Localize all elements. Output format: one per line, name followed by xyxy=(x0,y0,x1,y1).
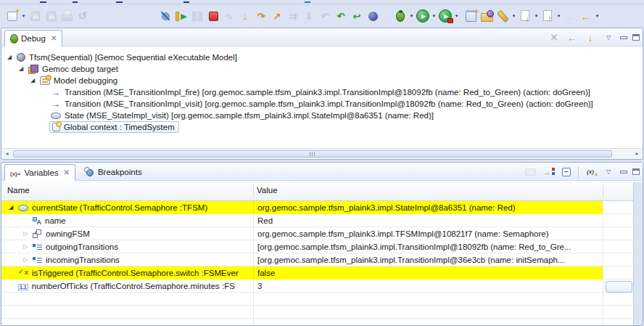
column-header-name[interactable]: Name xyxy=(7,186,30,195)
view-menu-icon[interactable] xyxy=(602,166,615,179)
run-to-line-icon[interactable] xyxy=(285,8,301,24)
search-dropdown-icon[interactable] xyxy=(511,8,517,24)
show-logical-structures-icon[interactable] xyxy=(542,166,555,179)
tab-variables[interactable]: Variables xyxy=(4,164,75,181)
tab-debug[interactable]: Debug xyxy=(4,30,62,46)
step-backward-over-icon[interactable] xyxy=(349,8,365,24)
expander-icon[interactable] xyxy=(22,254,29,266)
scroll-right-icon[interactable]: ▸ xyxy=(632,149,643,159)
run-icon[interactable] xyxy=(415,8,431,24)
scrollbar-thumb[interactable] xyxy=(13,150,612,158)
column-divider[interactable] xyxy=(253,184,254,198)
column-gridline xyxy=(253,201,254,325)
external-tools-icon[interactable] xyxy=(437,8,453,24)
expander-icon[interactable] xyxy=(29,75,36,86)
variable-name: incomingTransitions xyxy=(46,256,120,264)
table-row-name[interactable]: name Red xyxy=(1,214,603,227)
thread-icon xyxy=(40,76,50,85)
disconnect-icon[interactable] xyxy=(221,8,237,24)
value-cell: org.gemoc.sample.tfsm_plaink3.impl.TFSMI… xyxy=(257,227,603,240)
scroll-left-icon[interactable]: ◂ xyxy=(1,149,12,159)
numeric-attribute-icon xyxy=(18,282,28,290)
view-menu-icon[interactable] xyxy=(602,31,615,44)
minimize-icon[interactable] xyxy=(620,171,627,174)
table-row-currentState[interactable]: currentState (TrafficControl.Semaphore :… xyxy=(1,201,603,214)
expander-icon[interactable] xyxy=(22,241,29,253)
close-icon[interactable] xyxy=(64,168,70,176)
horizontal-scrollbar[interactable]: ◂ ▸ xyxy=(1,148,643,159)
focused-cell-indicator xyxy=(606,281,632,293)
refresh-icon[interactable] xyxy=(75,8,91,24)
next-annotation-icon[interactable] xyxy=(517,8,533,24)
vertical-scrollbar-track[interactable] xyxy=(633,182,643,325)
save-icon[interactable] xyxy=(27,8,43,24)
display-value-icon[interactable] xyxy=(584,166,597,179)
terminate-icon[interactable] xyxy=(205,8,221,24)
step-filters-icon[interactable] xyxy=(317,8,333,24)
table-row-numberOfTicks[interactable]: numberOfTicks (TrafficControl.Semaphore.… xyxy=(1,280,603,293)
step-into-icon[interactable] xyxy=(237,8,253,24)
previous-annotation-icon[interactable] xyxy=(540,8,556,24)
new-project-icon[interactable] xyxy=(463,8,479,24)
tree-row-transition-visit[interactable]: Transition (MSE_TransitionImpl_visit) [o… xyxy=(1,98,643,110)
back-icon[interactable] xyxy=(578,8,594,24)
expander-icon[interactable] xyxy=(17,63,25,75)
column-header-value[interactable]: Value xyxy=(257,186,278,195)
show-type-names-icon[interactable] xyxy=(524,166,537,179)
drop-to-frame-icon[interactable] xyxy=(301,8,317,24)
new-wizard-icon[interactable] xyxy=(4,8,20,24)
step-over-icon[interactable] xyxy=(253,8,269,24)
open-type-icon[interactable] xyxy=(479,8,495,24)
collapse-all-icon[interactable] xyxy=(560,166,573,179)
maximize-icon[interactable] xyxy=(632,34,640,41)
tree-row-thread[interactable]: Model debugging xyxy=(1,75,643,86)
remove-all-icon[interactable] xyxy=(548,31,561,44)
pause-icon[interactable] xyxy=(189,8,205,24)
tree-row-launch[interactable]: Tfsm(Sequential) [Gemoc Sequential eXecu… xyxy=(1,52,643,63)
resume-icon[interactable] xyxy=(173,8,189,24)
eclipse-gemoc-debug-window: { "window": {"background": "#dce3f3"}, "… xyxy=(0,0,644,326)
step-forward-icon[interactable] xyxy=(584,31,597,44)
skip-all-breakpoints-icon[interactable] xyxy=(157,8,173,24)
name-cell: name xyxy=(1,214,253,227)
tree-row-state-visit[interactable]: State (MSE_StateImpl_visit) [org.gemoc.s… xyxy=(1,110,643,121)
minimize-icon[interactable] xyxy=(620,36,627,39)
debug-dropdown-icon[interactable] xyxy=(408,8,415,24)
tree-row-global-context[interactable]: Global context : TimedSystem xyxy=(1,121,643,133)
expander-icon[interactable] xyxy=(22,228,29,240)
table-row-owningFSM[interactable]: owningFSM org.gemoc.sample.tfsm_plaink3.… xyxy=(1,227,603,240)
print-icon[interactable] xyxy=(59,8,75,24)
engine-status-icon[interactable] xyxy=(365,8,381,24)
column-divider[interactable] xyxy=(603,184,603,198)
debug-icon[interactable] xyxy=(392,8,408,24)
save-all-icon[interactable] xyxy=(43,8,59,24)
tree-row-transition-fire[interactable]: Transition (MSE_TransitionImpl_fire) [or… xyxy=(1,86,643,98)
variables-view-header: Variables Breakpoints xyxy=(1,163,643,181)
tree-row-label: Gemoc debug target xyxy=(42,65,118,73)
new-wizard-dropdown-icon[interactable] xyxy=(20,8,27,24)
table-row-outgoingTransitions[interactable]: outgoingTransitions [org.gemoc.sample.tf… xyxy=(1,240,603,253)
table-row-isTriggered[interactable]: isTriggered (TrafficControl.Semaphore.sw… xyxy=(1,266,603,280)
external-tools-dropdown-icon[interactable] xyxy=(453,8,460,24)
state-icon xyxy=(18,205,28,211)
next-annotation-dropdown-icon[interactable] xyxy=(533,8,540,24)
close-icon[interactable] xyxy=(51,34,57,42)
tab-breakpoints[interactable]: Breakpoints xyxy=(75,163,151,180)
back-dropdown-icon[interactable] xyxy=(594,8,600,24)
maximize-icon[interactable] xyxy=(632,168,640,175)
expander-icon[interactable] xyxy=(6,52,13,63)
table-row-incomingTransitions[interactable]: incomingTransitions [org.gemoc.sample.tf… xyxy=(1,253,603,266)
last-edit-location-icon[interactable] xyxy=(562,8,578,24)
expander-icon[interactable] xyxy=(7,202,15,213)
tree-row-label: Model debugging xyxy=(54,76,117,85)
step-backward-into-icon[interactable] xyxy=(333,8,349,24)
tree-row-debug-target[interactable]: Gemoc debug target xyxy=(1,63,643,75)
run-dropdown-icon[interactable] xyxy=(431,8,437,24)
search-icon[interactable] xyxy=(495,8,511,24)
variable-name: currentState (TrafficControl.Semaphore :… xyxy=(32,203,207,212)
step-return-icon[interactable] xyxy=(269,8,285,24)
tree-row-label: Tfsm(Sequential) [Gemoc Sequential eXecu… xyxy=(29,53,237,62)
previous-annotation-dropdown-icon[interactable] xyxy=(556,8,562,24)
value-cell: 3 xyxy=(257,280,603,293)
step-backward-icon[interactable] xyxy=(566,31,579,44)
